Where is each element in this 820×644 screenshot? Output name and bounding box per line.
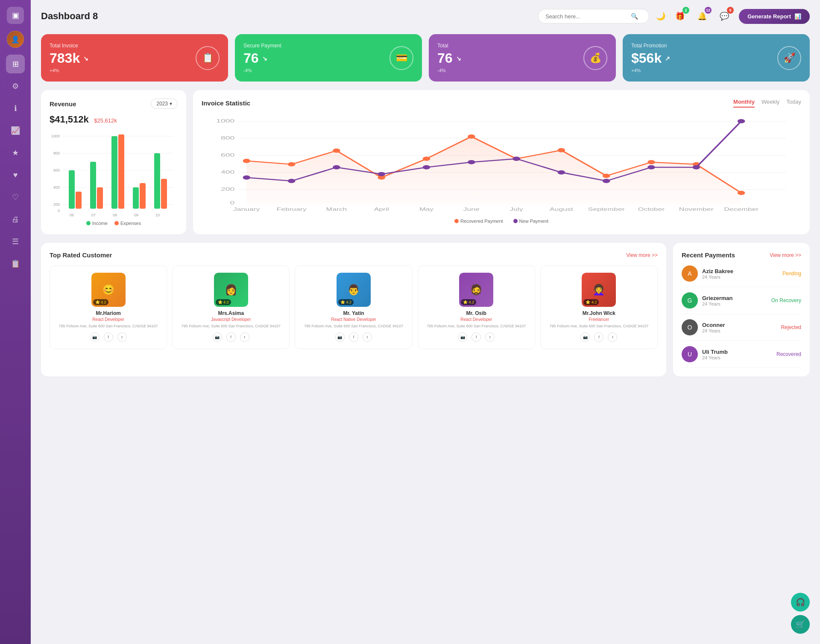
invoice-label: Total Invoice bbox=[50, 43, 88, 49]
customer-card-2: 👨 ⭐ 4.2 Mr. Yatin React Native Developer… bbox=[295, 265, 412, 349]
payment-status-1: On Recovery bbox=[771, 297, 801, 303]
instagram-icon-1[interactable]: 📷 bbox=[213, 332, 222, 342]
sidebar-logo[interactable]: ▣ bbox=[7, 7, 24, 24]
instagram-icon-4[interactable]: 📷 bbox=[580, 332, 590, 342]
svg-rect-13 bbox=[90, 162, 96, 209]
sidebar-item-reports[interactable]: 📋 bbox=[6, 254, 25, 273]
revenue-main-amount: $41,512k bbox=[50, 114, 89, 125]
total-change: -4% bbox=[437, 68, 461, 73]
payment-avatar-0: A bbox=[682, 265, 698, 282]
revenue-bar-chart: 1000 800 600 400 200 0 bbox=[50, 132, 178, 217]
customer-address-3: 795 Folsom Ave, Suite 600 San Francisco,… bbox=[423, 323, 530, 329]
main-content: Dashboard 8 🔍 🌙 🎁 2 🔔 12 💬 5 Generate Re… bbox=[31, 0, 820, 644]
facebook-icon-4[interactable]: f bbox=[594, 332, 603, 342]
customer-rating-3: ⭐ 4.2 bbox=[461, 299, 476, 305]
twitter-icon-2[interactable]: t bbox=[363, 332, 372, 342]
sidebar-item-info[interactable]: ℹ bbox=[6, 99, 25, 118]
customer-avatar-3: 🧔 ⭐ 4.2 bbox=[459, 273, 493, 307]
instagram-icon-2[interactable]: 📷 bbox=[335, 332, 345, 342]
gift-badge: 2 bbox=[682, 7, 689, 14]
expenses-legend-dot bbox=[114, 221, 119, 225]
gift-notifications[interactable]: 🎁 2 bbox=[672, 9, 688, 24]
recovered-legend-dot bbox=[454, 219, 459, 223]
customer-rating-2: ⭐ 4.2 bbox=[338, 299, 354, 305]
payments-view-more[interactable]: View more >> bbox=[770, 252, 801, 258]
revenue-legend: Income Expenses bbox=[50, 221, 178, 226]
facebook-icon-1[interactable]: f bbox=[226, 332, 236, 342]
search-bar[interactable]: 🔍 bbox=[538, 9, 649, 23]
year-selector[interactable]: 2023 ▾ bbox=[151, 99, 178, 109]
instagram-icon-3[interactable]: 📷 bbox=[458, 332, 467, 342]
sidebar-item-heart[interactable]: ♥ bbox=[6, 166, 25, 184]
stat-cards: Total Invoice 783k ↘ +4% 📋 Secure Paymen… bbox=[41, 34, 810, 82]
sidebar-item-heart2[interactable]: ♡ bbox=[6, 188, 25, 207]
invoice-line-chart: 1000 800 600 400 200 0 bbox=[202, 113, 801, 215]
search-input[interactable] bbox=[545, 13, 631, 20]
payment-name-3: Uli Trumb bbox=[702, 349, 772, 355]
logo-icon: ▣ bbox=[12, 11, 19, 20]
cart-float-button[interactable]: 🛒 bbox=[791, 615, 810, 634]
facebook-icon-0[interactable]: f bbox=[104, 332, 113, 342]
twitter-icon-1[interactable]: t bbox=[240, 332, 249, 342]
customers-grid: 😊 ⭐ 4.2 Mr.Hariom React Developer 795 Fo… bbox=[50, 265, 658, 349]
svg-point-51 bbox=[288, 179, 296, 183]
invoice-stat-tabs: Monthly Weekly Today bbox=[733, 99, 801, 108]
invoice-stat-title: Invoice Statistic bbox=[202, 99, 250, 107]
user-avatar[interactable]: 👤 bbox=[7, 31, 24, 48]
payment-item-2: O Oconner 24 Years Rejected bbox=[682, 314, 801, 341]
tab-monthly[interactable]: Monthly bbox=[733, 99, 755, 108]
twitter-icon-3[interactable]: t bbox=[485, 332, 495, 342]
header: Dashboard 8 🔍 🌙 🎁 2 🔔 12 💬 5 Generate Re… bbox=[41, 9, 810, 24]
message-badge: 5 bbox=[727, 7, 734, 14]
promotion-label: Total Promotion bbox=[631, 43, 670, 49]
customer-name-3: Mr. Osib bbox=[423, 310, 530, 316]
twitter-icon-0[interactable]: t bbox=[117, 332, 127, 342]
customer-rating-0: ⭐ 4.2 bbox=[93, 299, 108, 305]
payment-name-0: Aziz Bakree bbox=[702, 268, 778, 274]
support-float-button[interactable]: 🎧 bbox=[791, 593, 810, 612]
customer-socials-2: 📷 f t bbox=[300, 332, 407, 342]
sidebar-item-dashboard[interactable]: ⊞ bbox=[6, 55, 25, 73]
line-chart-svg: 1000 800 600 400 200 0 bbox=[202, 113, 801, 215]
instagram-icon-0[interactable]: 📷 bbox=[90, 332, 100, 342]
svg-point-50 bbox=[243, 175, 251, 180]
recent-payments-title: Recent Payments bbox=[682, 251, 735, 259]
customer-role-1: Javascript Developer bbox=[178, 317, 284, 322]
facebook-icon-3[interactable]: f bbox=[472, 332, 481, 342]
facebook-icon-2[interactable]: f bbox=[349, 332, 358, 342]
star-icon: ★ bbox=[12, 148, 19, 157]
sidebar-item-analytics[interactable]: 📈 bbox=[6, 121, 25, 140]
svg-point-47 bbox=[647, 160, 655, 164]
customer-rating-1: ⭐ 4.2 bbox=[216, 299, 231, 305]
svg-point-54 bbox=[423, 165, 430, 169]
message-notifications[interactable]: 💬 5 bbox=[717, 9, 732, 24]
svg-text:1000: 1000 bbox=[51, 134, 60, 138]
svg-point-53 bbox=[378, 172, 385, 176]
sidebar-item-menu[interactable]: ☰ bbox=[6, 232, 25, 251]
payment-item-0: A Aziz Bakree 24 Years Pending bbox=[682, 260, 801, 287]
customer-card-4: 👩‍🦱 ⭐ 4.2 Mr.John Wick Freelancer 795 Fo… bbox=[540, 265, 658, 349]
twitter-icon-4[interactable]: t bbox=[608, 332, 617, 342]
info-icon: ℹ bbox=[14, 104, 17, 113]
tab-today[interactable]: Today bbox=[786, 99, 801, 108]
customers-view-more[interactable]: View more >> bbox=[626, 252, 658, 258]
payment-age-3: 24 Years bbox=[702, 355, 772, 360]
payment-item-1: G Griezerman 24 Years On Recovery bbox=[682, 287, 801, 314]
payment-info-1: Griezerman 24 Years bbox=[702, 295, 767, 306]
analytics-icon: 📈 bbox=[11, 126, 20, 135]
theme-toggle[interactable]: 🌙 bbox=[656, 12, 665, 21]
avatar-image: 👤 bbox=[7, 31, 24, 48]
svg-text:07: 07 bbox=[91, 213, 96, 217]
customer-avatar-4: 👩‍🦱 ⭐ 4.2 bbox=[582, 273, 616, 307]
svg-rect-11 bbox=[69, 170, 75, 209]
tab-weekly[interactable]: Weekly bbox=[761, 99, 779, 108]
bell-notifications[interactable]: 🔔 12 bbox=[694, 9, 710, 24]
sidebar-item-settings[interactable]: ⚙ bbox=[6, 77, 25, 96]
generate-report-button[interactable]: Generate Report 📊 bbox=[739, 9, 810, 24]
sidebar-item-print[interactable]: 🖨 bbox=[6, 210, 25, 229]
sidebar-item-favorites[interactable]: ★ bbox=[6, 143, 25, 162]
stat-card-promotion: Total Promotion $56k ↗ +4% 🚀 bbox=[623, 34, 810, 82]
customer-address-1: 795 Folsom Ave, Suite 600 San Francisco,… bbox=[178, 323, 284, 329]
customer-address-4: 795 Folsom Ave, Suite 600 San Francisco,… bbox=[546, 323, 652, 329]
payment-status-3: Recovered bbox=[776, 351, 801, 357]
